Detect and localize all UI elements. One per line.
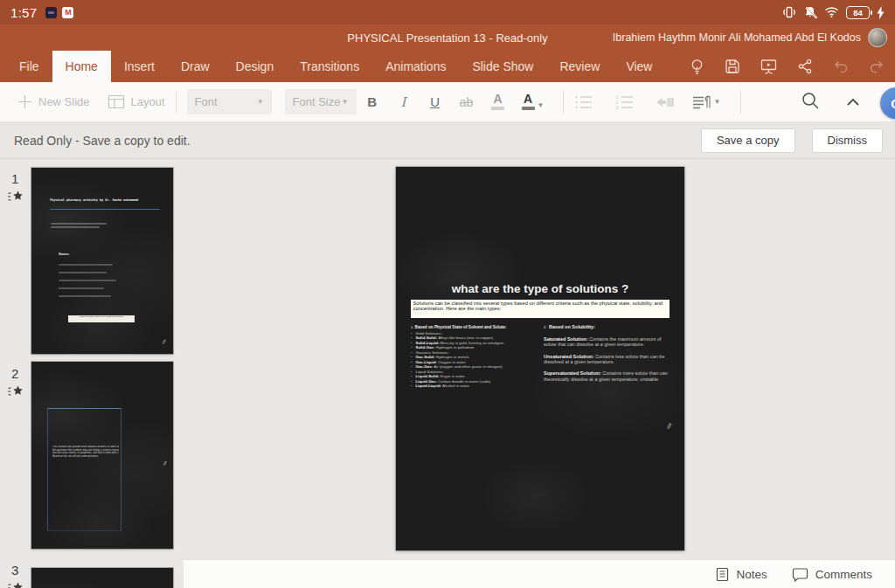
collapse-ribbon-icon[interactable] — [846, 94, 860, 110]
solubility-paragraph: Unsaturated Solution: Contains less solu… — [544, 353, 673, 364]
chevron-down-icon: ▼ — [257, 98, 264, 106]
bold-button[interactable]: B — [357, 94, 388, 109]
tab-view[interactable]: View — [613, 51, 665, 82]
app-notification-icon — [45, 7, 57, 18]
pencil-doodle: ✎ — [162, 460, 169, 467]
font-size-select-value: Font Size — [293, 95, 341, 108]
thumb1-title: Physical pharmacy activity by Dr. Rasha … — [50, 198, 167, 202]
gmail-icon: M — [62, 7, 73, 18]
bullet-list-button[interactable] — [574, 94, 593, 110]
strikethrough-button[interactable]: ab — [451, 95, 482, 109]
tab-home[interactable]: Home — [52, 51, 111, 82]
divider — [563, 90, 564, 114]
tab-review[interactable]: Review — [546, 51, 613, 82]
present-icon[interactable] — [760, 58, 778, 75]
tab-file[interactable]: File — [6, 51, 52, 82]
layout-label: Layout — [131, 95, 165, 108]
thumb1-text-line — [51, 226, 100, 228]
transition-star-icon — [7, 384, 24, 402]
notification-icons: M — [45, 7, 73, 18]
solubility-paragraph: Saturated Solution: Contains the maximum… — [544, 336, 673, 348]
font-select[interactable]: Font ▼ — [187, 89, 272, 114]
slide-canvas: what are the type of solutions ? Solutio… — [184, 159, 895, 588]
slide-intro-box: Solutions can be classified into several… — [411, 300, 670, 318]
readonly-message: Read Only - Save a copy to edit. — [14, 134, 191, 148]
tab-transitions[interactable]: Transitions — [287, 51, 372, 82]
font-color-button[interactable]: A ▼ — [514, 93, 552, 110]
slide-3-thumbnail[interactable] — [31, 568, 173, 588]
thumb1-names-heading: Names — [59, 252, 111, 256]
avatar[interactable] — [868, 28, 887, 47]
share-icon[interactable] — [796, 58, 814, 75]
chevron-down-icon: ▼ — [538, 101, 545, 110]
slide-1-thumbnail[interactable]: Physical pharmacy activity by Dr. Rasha … — [31, 168, 173, 354]
physical-state-list: •Solid Solutions :•Solid-Solid: Alloys l… — [411, 331, 544, 389]
indent-icon[interactable] — [655, 94, 675, 110]
thumb1-text-line — [51, 223, 107, 225]
thumb1-name-line — [59, 264, 113, 266]
svg-text:3: 3 — [615, 105, 618, 110]
thumb1-name-line — [59, 280, 116, 281]
font-color-letter: A — [524, 93, 532, 105]
save-a-copy-button[interactable]: Save a copy — [701, 128, 795, 153]
current-slide[interactable]: what are the type of solutions ? Solutio… — [396, 167, 684, 550]
slide-2-thumbnail[interactable]: This research will provide more detailed… — [31, 362, 173, 549]
comments-label: Comments — [815, 568, 872, 581]
tab-insert[interactable]: Insert — [111, 51, 168, 82]
tab-draw[interactable]: Draw — [168, 51, 223, 82]
numbered-list-button[interactable]: 1 2 3 — [615, 94, 634, 110]
new-slide-button[interactable]: New Slide — [17, 94, 90, 109]
highlight-color-button[interactable]: A — [482, 93, 514, 110]
bullet-item: •Liquid-Liquid: Alcohol in water — [411, 384, 544, 389]
underline-button[interactable]: U — [420, 94, 451, 109]
pencil-doodle: ✎ — [161, 338, 168, 346]
search-icon[interactable] — [801, 91, 820, 114]
thumb1-name-line — [59, 287, 104, 289]
tab-design[interactable]: Design — [223, 51, 288, 82]
solubility-paragraphs: Saturated Solution: Contains the maximum… — [544, 336, 673, 383]
italic-button[interactable]: I — [388, 94, 420, 110]
notes-label: Notes — [736, 568, 767, 581]
physical-state-heading: 1.Based on Physical State of Solvent and… — [411, 324, 544, 329]
slide-2-number: 2 — [11, 366, 18, 381]
redo-icon[interactable] — [868, 58, 885, 75]
charging-icon — [877, 6, 885, 19]
slide-intro-text: Solutions can be classified into several… — [411, 300, 670, 312]
thumb2-text-frame: This research will provide more detailed… — [47, 408, 121, 531]
tell-me-icon[interactable] — [689, 58, 705, 76]
paragraph-options-button[interactable]: ▼ — [692, 94, 721, 110]
highlight-letter: A — [494, 93, 503, 105]
undo-icon[interactable] — [832, 58, 850, 75]
new-slide-label: New Slide — [38, 95, 90, 108]
slide-3-number: 3 — [11, 563, 18, 578]
save-icon[interactable] — [724, 58, 741, 75]
thumb1-name-line — [59, 295, 111, 297]
solubility-column: 2. Based on Solubility: Saturated Soluti… — [544, 324, 673, 439]
tab-slide-show[interactable]: Slide Show — [459, 51, 546, 82]
chevron-down-icon: ▼ — [714, 98, 721, 106]
clock: 1:57 — [10, 5, 37, 20]
layout-button[interactable]: Layout — [108, 94, 165, 109]
highlight-color-bar — [491, 107, 504, 110]
account-button[interactable]: Ibrahiem Haythm Monir Ali Mohamed Abd El… — [613, 24, 887, 51]
document-title: PHYSICAL Presentation 13 - Read-only — [347, 31, 547, 45]
solubility-paragraph: Supersaturated Solution: Contains more s… — [544, 370, 673, 382]
slide-1-number: 1 — [11, 171, 18, 186]
formatting-toolbar: New Slide Layout Font ▼ Font Size ▼ B I … — [0, 82, 895, 122]
solubility-heading: 2. Based on Solubility: — [544, 324, 673, 330]
wifi-icon — [824, 6, 839, 18]
slide-title: what are the type of solutions ? — [396, 282, 684, 295]
tab-animations[interactable]: Animations — [372, 51, 459, 82]
thumb2-body: This research will provide more detailed… — [52, 446, 119, 458]
slide-thumbnail-panel[interactable]: 1 Physical pharmacy activity by Dr. Rash… — [0, 159, 184, 588]
status-bar: 1:57 M 84 — [0, 0, 895, 24]
dismiss-button[interactable]: Dismiss — [812, 128, 884, 153]
title-bar: PHYSICAL Presentation 13 - Read-only Ibr… — [0, 24, 895, 51]
comments-button[interactable]: Comments — [792, 567, 872, 582]
notes-button[interactable]: Notes — [716, 567, 767, 582]
vibrate-icon — [782, 5, 796, 19]
bottom-bar: Notes Comments — [184, 559, 895, 588]
physical-state-column: 1.Based on Physical State of Solvent and… — [411, 324, 544, 398]
thumb1-underline — [50, 209, 160, 210]
font-size-select[interactable]: Font Size ▼ — [285, 89, 357, 114]
